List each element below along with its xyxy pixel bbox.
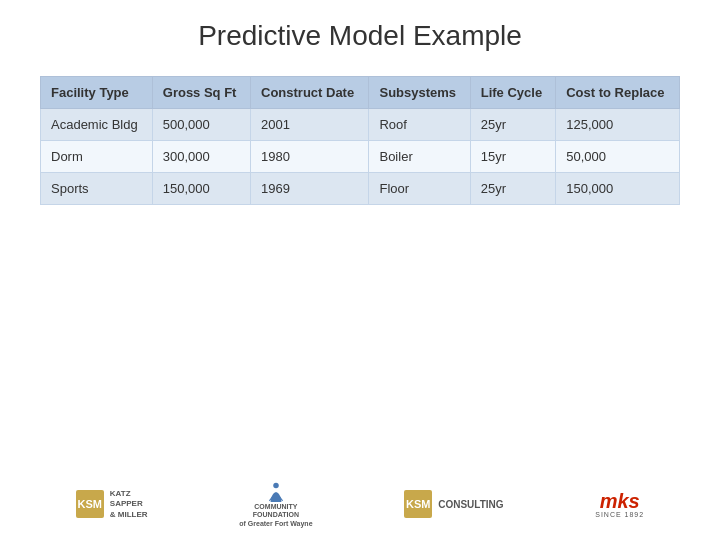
- cell-cost-to-replace: 125,000: [556, 109, 680, 141]
- ksm-line3: & MILLER: [110, 510, 148, 520]
- ksm-box-icon: KSM: [76, 490, 104, 518]
- table-header-row: Facility Type Gross Sq Ft Construct Date…: [41, 77, 680, 109]
- data-table-container: Facility Type Gross Sq Ft Construct Date…: [40, 76, 680, 205]
- col-header-facility-type: Facility Type: [41, 77, 153, 109]
- table-row: Sports150,0001969Floor25yr150,000: [41, 173, 680, 205]
- cf-line2: FOUNDATION: [253, 511, 299, 519]
- col-header-gross-sq-ft: Gross Sq Ft: [152, 77, 250, 109]
- page: Predictive Model Example Facility Type G…: [0, 0, 720, 540]
- cell-facility-type: Sports: [41, 173, 153, 205]
- ksm-sapper-miller-logo: KSM KATZ SAPPER & MILLER: [76, 489, 148, 520]
- ksm-text-block: KATZ SAPPER & MILLER: [110, 489, 148, 520]
- cf-line3: of Greater Fort Wayne: [239, 520, 312, 528]
- cell-life-cycle: 25yr: [470, 109, 556, 141]
- cell-life-cycle: 25yr: [470, 173, 556, 205]
- mks-text-icon: mks: [600, 491, 640, 511]
- cell-gross-sq-ft: 500,000: [152, 109, 250, 141]
- cell-subsystems: Boiler: [369, 141, 470, 173]
- col-header-cost-to-replace: Cost to Replace: [556, 77, 680, 109]
- ksm-line1: KATZ: [110, 489, 148, 499]
- ksm-line2: SAPPER: [110, 499, 148, 509]
- predictive-model-table: Facility Type Gross Sq Ft Construct Date…: [40, 76, 680, 205]
- table-row: Academic Bldg500,0002001Roof25yr125,000: [41, 109, 680, 141]
- cell-cost-to-replace: 150,000: [556, 173, 680, 205]
- footer: KSM KATZ SAPPER & MILLER COMMUNITY FOUND…: [0, 481, 720, 528]
- col-header-subsystems: Subsystems: [369, 77, 470, 109]
- col-header-life-cycle: Life Cycle: [470, 77, 556, 109]
- cf-line1: COMMUNITY: [254, 503, 297, 511]
- cell-cost-to-replace: 50,000: [556, 141, 680, 173]
- cell-subsystems: Floor: [369, 173, 470, 205]
- cell-facility-type: Dorm: [41, 141, 153, 173]
- ksm-consulting-box-icon: KSM: [404, 490, 432, 518]
- cell-subsystems: Roof: [369, 109, 470, 141]
- cell-construct-date: 2001: [251, 109, 369, 141]
- table-row: Dorm300,0001980Boiler15yr50,000: [41, 141, 680, 173]
- cell-gross-sq-ft: 150,000: [152, 173, 250, 205]
- cell-construct-date: 1969: [251, 173, 369, 205]
- svg-point-0: [273, 482, 279, 488]
- page-title: Predictive Model Example: [198, 20, 522, 52]
- ksm-consulting-logo: KSM CONSULTING: [404, 490, 503, 518]
- mks-since-text: SINCE 1892: [595, 511, 644, 518]
- mks-logo: mks SINCE 1892: [595, 491, 644, 518]
- cell-gross-sq-ft: 300,000: [152, 141, 250, 173]
- table-body: Academic Bldg500,0002001Roof25yr125,000D…: [41, 109, 680, 205]
- community-foundation-logo: COMMUNITY FOUNDATION of Greater Fort Way…: [239, 481, 312, 528]
- ksm-consulting-text: CONSULTING: [438, 498, 503, 511]
- cell-life-cycle: 15yr: [470, 141, 556, 173]
- cell-facility-type: Academic Bldg: [41, 109, 153, 141]
- community-foundation-icon: [265, 481, 287, 503]
- cell-construct-date: 1980: [251, 141, 369, 173]
- col-header-construct-date: Construct Date: [251, 77, 369, 109]
